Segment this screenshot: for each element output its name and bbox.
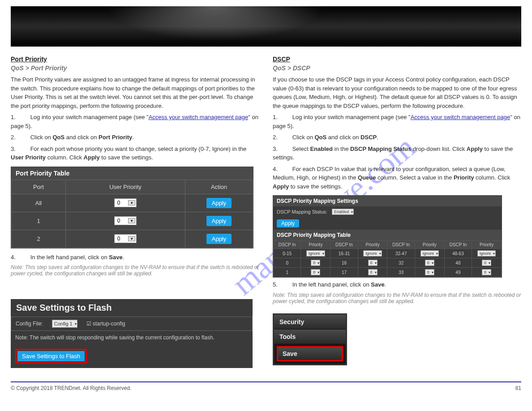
right-step-2: 2. Click on QoS and click on DSCP. [273,133,521,142]
table-row: All 0▾ Apply [12,194,253,212]
left-heading: Port Priority [11,56,259,63]
config-file-label: Config File: [16,321,43,327]
sidebar-item-tools[interactable]: Tools [274,330,346,344]
priority-select-2[interactable]: 0▾ [114,234,137,243]
dscp-status-select[interactable]: Enabled [332,209,354,215]
apply-button-1[interactable]: Apply [206,216,232,226]
dscp-mapping-table: DSCP InPriority DSCP InPriority DSCP InP… [273,240,502,277]
left-step-2: 2. Click on QoS and click on Port Priori… [11,133,259,142]
dscp-priority-select[interactable]: 0 [425,269,434,275]
sidebar-item-save[interactable]: Save [277,346,343,361]
right-path: QoS > DSCP [273,64,521,72]
right-step-3: 3. Select Enabled in the DSCP Mapping St… [273,145,521,162]
dscp-priority-select[interactable]: 0 [311,260,320,266]
flash-title: Save Settings to Flash [11,299,253,317]
apply-button-all[interactable]: Apply [206,198,232,208]
right-step-5: 5. In the left hand panel, click on Save… [273,280,521,289]
save-flash-button[interactable]: Save Settings to Flash [17,351,85,361]
right-step-1: 1. Log into your switch management page … [273,113,521,130]
dscp-range-row: 0-15Ignore 16-31Ignore 32-47Ignore 48-63… [274,249,502,258]
left-step1-link[interactable]: Access your switch management page [149,114,249,120]
right-heading: DSCP [273,56,521,63]
left-column: Port Priority QoS > Port Priority The Po… [11,56,259,368]
dscp-priority-select[interactable]: 0 [368,260,378,266]
left-step-4: 4. In the left hand panel, click on Save… [11,253,259,262]
priority-select-1[interactable]: 0▾ [114,216,137,225]
dscp-priority-select[interactable]: 0 [482,269,491,275]
config-file-select[interactable]: Config 1 [52,320,77,328]
sidebar-mini: Security Tools Save [273,313,347,365]
dscp-priority-select[interactable]: 0 [425,260,434,266]
dscp-widget: DSCP Priority Mapping Settings DSCP Mapp… [273,195,502,278]
table-row: 2 0▾ Apply [12,230,253,248]
startup-config-checkbox[interactable]: ☑ startup-config [86,321,125,327]
footer-page-number: 81 [515,385,521,391]
dscp-status-label: DSCP Mapping Status: [277,209,327,214]
dscp-table-title: DSCP Priority Mapping Table [273,230,502,240]
save-flash-widget: Save Settings to Flash Config File: Conf… [11,299,253,368]
left-path: QoS > Port Priority [11,64,259,72]
dscp-apply-button[interactable]: Apply [277,219,299,227]
left-step-3: 3. For each port whose priority you want… [11,145,259,162]
flash-note: Note: The switch will stop responding wh… [11,331,253,344]
dscp-range-select[interactable]: Ignore [306,250,325,257]
dscp-range-select[interactable]: Ignore [420,250,439,257]
left-step-1: 1. Log into your switch management page … [11,113,259,130]
dscp-row: 10 170 330 490 [274,268,502,277]
col-port: Port [12,180,66,194]
dscp-settings-title: DSCP Priority Mapping Settings [273,196,502,206]
port-priority-title: Port Priority Table [11,167,253,180]
save-flash-button-highlight: Save Settings to Flash [15,349,87,364]
left-hint: Note: This step saves all configuration … [11,264,259,277]
dscp-priority-select[interactable]: 0 [368,269,378,275]
footer-copyright: © Copyright 2018 TRENDnet. All Rights Re… [11,385,131,391]
apply-button-2[interactable]: Apply [206,234,232,244]
right-step1-link[interactable]: Access your switch management page [411,114,511,120]
table-row: 1 0▾ Apply [12,212,253,230]
port-priority-table: Port User Priority Action All 0▾ Apply 1 [11,180,253,248]
port-priority-widget: Port Priority Table Port User Priority A… [11,167,253,248]
dscp-range-select[interactable]: Ignore [363,250,382,257]
dscp-row: 00 160 320 480 [274,258,502,268]
right-hint: Note: This step saves all configuration … [273,292,521,304]
right-step-4: 4. For each DSCP In value that is releva… [273,165,521,191]
header-banner [11,6,521,47]
dscp-priority-select[interactable]: 0 [482,260,491,266]
dscp-priority-select[interactable]: 0 [311,269,320,275]
right-desc: If you choose to use the DSCP tags in yo… [273,75,521,110]
dscp-range-select[interactable]: Ignore [477,250,496,257]
col-action: Action [185,180,253,194]
sidebar-item-security[interactable]: Security [274,315,346,330]
left-desc: The Port Priority values are assigned to… [11,75,259,110]
right-column: DSCP QoS > DSCP If you choose to use the… [273,56,521,368]
col-user-priority: User Priority [66,180,185,194]
footer: © Copyright 2018 TRENDnet. All Rights Re… [11,381,521,400]
priority-select-all[interactable]: 0▾ [114,198,137,207]
